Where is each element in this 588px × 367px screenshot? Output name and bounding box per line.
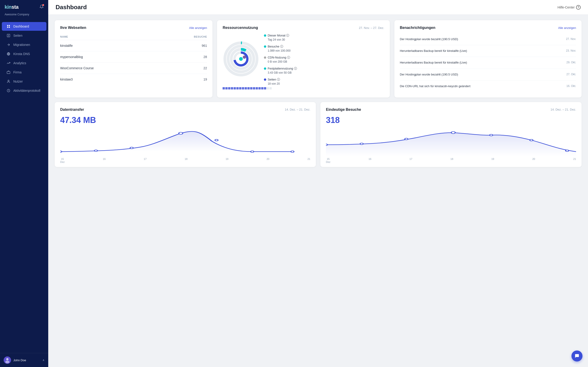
svg-point-33	[490, 134, 493, 136]
site-row[interactable]: kinstalife961	[60, 40, 207, 51]
notification-item[interactable]: Der Hostingplan wurde bezahlt (190.5 USD…	[400, 69, 576, 81]
notification-bell[interactable]	[40, 5, 44, 10]
besuche-x-labels: 15 Dez 16 17 18 19 20 21	[326, 156, 576, 163]
stat-festplatte-label: Festplattennutzung ⓘ	[268, 67, 297, 71]
notification-item[interactable]: Herunterladbares Backup bereit für kinst…	[400, 45, 576, 57]
webseiten-table-header: NAME BESUCHE	[60, 33, 207, 40]
sidebar-item-migrationen[interactable]: Migrationen	[2, 40, 46, 49]
notif-text: Herunterladbares Backup bereit für kinst…	[400, 60, 564, 65]
user-info[interactable]: John Doe	[4, 357, 26, 364]
stat-seiten-value: 18 von 20	[268, 82, 384, 85]
svg-point-27	[251, 151, 254, 152]
notif-text: Die CDN-URL hat sich für kinstacdn-keycd…	[400, 84, 564, 88]
sidebar-label-dashboard: Dashboard	[13, 25, 29, 28]
svg-point-7	[8, 80, 9, 81]
dashboard-icon	[6, 24, 10, 28]
bar-cell	[228, 87, 230, 90]
bx-label-19: 19	[491, 158, 494, 163]
bx-label-20: 20	[532, 158, 535, 163]
notification-item[interactable]: Der Hostingplan wurde bezahlt (190.5 USD…	[400, 33, 576, 45]
notif-text: Herunterladbares Backup bereit für kinst…	[400, 49, 563, 53]
chevron-up-icon[interactable]: ∧	[43, 359, 44, 362]
sidebar-label-seiten: Seiten	[13, 34, 23, 37]
bar-cell	[247, 87, 250, 90]
besuche-value: 318	[326, 115, 576, 125]
stat-seiten: Seiten ⓘ 18 von 20	[264, 77, 384, 85]
notif-date: 23. Nov.	[566, 49, 576, 53]
sidebar-item-analytics[interactable]: Analytics	[2, 59, 46, 67]
bx-label-17: 17	[409, 158, 412, 163]
svg-rect-3	[9, 27, 10, 28]
nutzer-icon	[6, 79, 10, 83]
sidebar-footer: John Doe ∧	[0, 353, 48, 367]
svg-point-28	[291, 151, 294, 152]
webseiten-card: Ihre Webseiten Alle anzeigen NAME BESUCH…	[55, 20, 212, 98]
svg-point-11	[5, 361, 9, 363]
stat-dieser-monat-value: Tag 24 von 30	[268, 38, 384, 41]
site-name: kinstaw3	[60, 77, 73, 81]
site-name: kinstalife	[60, 44, 73, 48]
bx-label-16: 16	[369, 158, 372, 163]
avatar	[4, 357, 11, 364]
datentransfer-header: Datentransfer 14. Dez. – 21. Dez.	[60, 108, 310, 112]
sidebar-item-nutzer[interactable]: Nutzer	[2, 77, 46, 86]
bar-cell	[233, 87, 236, 90]
svg-point-30	[360, 143, 363, 144]
notification-item[interactable]: Herunterladbares Backup bereit für kinst…	[400, 57, 576, 69]
sidebar-item-aktivitaeten[interactable]: Aktivitätenprotokoll	[2, 86, 46, 95]
bar-cell	[225, 87, 228, 90]
sidebar-label-firma: Firma	[13, 70, 22, 74]
svg-point-20	[239, 57, 243, 61]
sidebar-item-dashboard[interactable]: Dashboard	[2, 22, 46, 31]
site-row[interactable]: kinstaw319	[60, 74, 207, 85]
sidebar-item-seiten[interactable]: Seiten	[2, 31, 46, 40]
sidebar-item-kinsta-dns[interactable]: Kinsta DNS	[2, 50, 46, 58]
webseiten-alle-anzeigen[interactable]: Alle anzeigen	[189, 26, 207, 30]
aktivitaeten-icon	[6, 89, 10, 93]
datentransfer-card: Datentransfer 14. Dez. – 21. Dez. 47.34 …	[55, 102, 316, 167]
stat-cdn-value: 0 B von 200 GB	[268, 60, 384, 63]
col-name: NAME	[60, 35, 68, 38]
bar-cell	[250, 87, 252, 90]
besuche-chart-area	[326, 129, 576, 156]
webseiten-title: Ihre Webseiten	[60, 26, 86, 30]
charts-row: Datentransfer 14. Dez. – 21. Dez. 47.34 …	[55, 102, 582, 167]
svg-point-5	[7, 52, 10, 55]
datentransfer-title: Datentransfer	[60, 108, 84, 112]
chat-button[interactable]	[571, 350, 582, 361]
site-visits: 19	[204, 77, 207, 81]
sidebar-item-firma[interactable]: Firma	[2, 68, 46, 77]
datentransfer-x-labels: 15 Dez 16 17 18 19 20 21	[60, 156, 310, 163]
site-visits: 22	[204, 66, 207, 70]
notification-item[interactable]: Die CDN-URL hat sich für kinstacdn-keycd…	[400, 81, 576, 92]
notif-date: 27. Nov.	[566, 37, 576, 41]
user-name: John Doe	[13, 359, 26, 362]
svg-point-10	[6, 358, 9, 360]
site-row[interactable]: WooCommerce Course22	[60, 63, 207, 74]
sidebar-label-migrationen: Migrationen	[13, 43, 30, 47]
stat-cdn-label: CDN-Nutzung ⓘ	[268, 56, 290, 60]
col-besuche: BESUCHE	[194, 35, 207, 38]
resource-stats: Dieser Monat ⓘ Tag 24 von 30 Besuche ⓘ 1…	[264, 33, 384, 85]
stat-besuche-value: 1.089 von 100.000	[268, 49, 384, 52]
site-rows-container: kinstalife961mypersonalblog28WooCommerce…	[60, 40, 207, 85]
datentransfer-value: 47.34 MB	[60, 115, 310, 125]
bar-cell	[242, 87, 244, 90]
svg-point-32	[451, 131, 455, 133]
sidebar-label-dns: Kinsta DNS	[13, 52, 30, 56]
x-label-18: 18	[185, 158, 187, 163]
main-content: Dashboard Hilfe-Center ? Ihre Webseiten …	[48, 0, 588, 367]
bar-cell	[261, 87, 263, 90]
bar-cell	[269, 87, 272, 90]
datentransfer-chart-area	[60, 129, 310, 156]
stat-cdn: CDN-Nutzung ⓘ 0 B von 200 GB	[264, 56, 384, 63]
svg-point-26	[215, 139, 218, 141]
site-row[interactable]: mypersonalblog28	[60, 51, 207, 63]
ressourcen-card-header: Ressourcennutzung 27. Nov. – 27. Dez.	[223, 26, 384, 30]
page-title: Dashboard	[56, 4, 87, 11]
besuche-title: Eindeutige Besuche	[326, 108, 361, 112]
besuche-card: Eindeutige Besuche 14. Dez. – 21. Dez. 3…	[320, 102, 582, 167]
site-visits: 28	[204, 55, 207, 59]
hilfe-center-button[interactable]: Hilfe-Center ?	[557, 5, 581, 10]
benach-alle-anzeigen[interactable]: Alle anzeigen	[558, 26, 576, 30]
